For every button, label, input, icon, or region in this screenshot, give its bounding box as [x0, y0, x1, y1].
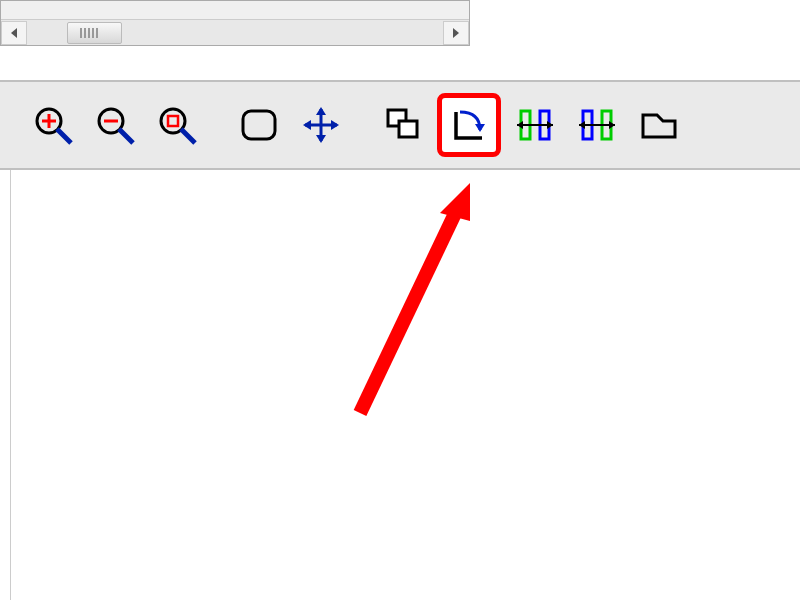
horizontal-scrollbar[interactable] — [1, 19, 469, 45]
view-bounds-icon — [237, 103, 281, 147]
scroll-left-arrow[interactable] — [1, 21, 27, 45]
svg-rect-8 — [168, 116, 178, 126]
duplicate-icon — [381, 103, 425, 147]
svg-rect-10 — [243, 111, 275, 139]
zoom-in-button[interactable] — [25, 97, 81, 153]
zoom-out-icon — [93, 103, 137, 147]
canvas-area[interactable] — [10, 170, 800, 600]
rotate-icon — [446, 102, 492, 148]
mirror-horizontal-icon — [513, 103, 557, 147]
scroll-thumb[interactable] — [67, 22, 122, 44]
mirror-vertical-button[interactable] — [569, 97, 625, 153]
side-panel — [0, 0, 470, 46]
svg-line-6 — [119, 129, 133, 143]
view-bounds-button[interactable] — [231, 97, 287, 153]
duplicate-button[interactable] — [375, 97, 431, 153]
folder-button[interactable] — [631, 97, 687, 153]
scroll-right-arrow[interactable] — [443, 21, 469, 45]
mirror-horizontal-button[interactable] — [507, 97, 563, 153]
folder-icon — [637, 103, 681, 147]
zoom-in-icon — [31, 103, 75, 147]
pan-icon — [299, 103, 343, 147]
pan-button[interactable] — [293, 97, 349, 153]
main-toolbar — [0, 80, 800, 170]
zoom-fit-button[interactable] — [149, 97, 205, 153]
svg-rect-14 — [399, 121, 417, 137]
zoom-out-button[interactable] — [87, 97, 143, 153]
mirror-vertical-icon — [575, 103, 619, 147]
svg-line-3 — [57, 129, 71, 143]
zoom-fit-icon — [155, 103, 199, 147]
rotate-button[interactable] — [437, 93, 501, 157]
svg-line-9 — [181, 129, 195, 143]
